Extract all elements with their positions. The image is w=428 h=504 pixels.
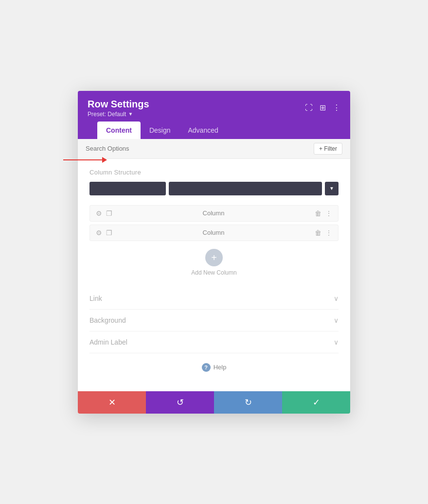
background-label: Background	[89, 316, 126, 324]
col-1-btn[interactable]	[89, 182, 166, 195]
copy-icon[interactable]: ❐	[106, 209, 112, 217]
column-rows: ⚙ ❐ Column 🗑 ⋮ ⚙ ❐ Column	[89, 205, 339, 241]
redo-button[interactable]: ↻	[214, 391, 282, 414]
more-icon[interactable]: ⋮	[325, 209, 332, 217]
column-structure-title: Column Structure	[89, 169, 339, 176]
modal-preset[interactable]: Preset: Default ▼	[88, 111, 149, 118]
admin-label-label: Admin Label	[89, 338, 127, 346]
tab-advanced[interactable]: Advanced	[179, 122, 227, 139]
modal-tabs: Content Design Advanced	[88, 122, 340, 139]
col-2-btn[interactable]	[169, 182, 322, 195]
help-icon: ?	[202, 363, 211, 372]
column-label-2: Column	[117, 229, 310, 236]
accordion-link[interactable]: Link ∨	[89, 288, 339, 310]
link-chevron-icon: ∨	[334, 295, 339, 302]
preset-dropdown-icon: ▼	[128, 111, 133, 117]
arrow-line	[63, 159, 102, 160]
row-left-icons: ⚙ ❐	[96, 209, 112, 217]
column-structure-section: Column Structure ▼	[89, 169, 339, 195]
column-label-1: Column	[117, 209, 310, 217]
add-column-section: + Add New Column	[89, 249, 339, 276]
table-row: ⚙ ❐ Column 🗑 ⋮	[89, 225, 339, 241]
page-wrapper: Row Settings Preset: Default ▼ ⛶ ⊞ ⋮ Con…	[0, 0, 428, 504]
copy-icon-2[interactable]: ❐	[106, 229, 112, 237]
delete-icon-2[interactable]: 🗑	[315, 229, 321, 237]
modal: Row Settings Preset: Default ▼ ⛶ ⊞ ⋮ Con…	[78, 91, 350, 414]
table-row: ⚙ ❐ Column 🗑 ⋮	[89, 205, 339, 222]
modal-header-top: Row Settings Preset: Default ▼ ⛶ ⊞ ⋮	[88, 99, 340, 118]
col-arrow-btn[interactable]: ▼	[325, 182, 339, 195]
tab-design[interactable]: Design	[141, 122, 179, 139]
row-right-icons: 🗑 ⋮	[315, 209, 332, 217]
search-input[interactable]	[86, 145, 310, 152]
row-right-icons-2: 🗑 ⋮	[315, 229, 332, 237]
modal-title: Row Settings	[88, 99, 149, 110]
accordion-list: Link ∨ Background ∨ Admin Label ∨	[89, 288, 339, 353]
search-bar: + Filter	[78, 139, 350, 159]
delete-icon[interactable]: 🗑	[315, 209, 321, 217]
settings-icon-2[interactable]: ⚙	[96, 229, 102, 237]
arrow-indicator	[63, 157, 107, 163]
header-icons: ⛶ ⊞ ⋮	[305, 104, 340, 112]
background-chevron-icon: ∨	[334, 316, 339, 324]
column-structure-selector: ▼	[89, 182, 339, 195]
undo-button[interactable]: ↺	[146, 391, 214, 414]
tab-content[interactable]: Content	[97, 122, 141, 139]
modal-header: Row Settings Preset: Default ▼ ⛶ ⊞ ⋮ Con…	[78, 91, 350, 139]
more-icon-2[interactable]: ⋮	[325, 229, 332, 237]
save-button[interactable]: ✓	[282, 391, 350, 414]
more-options-icon[interactable]: ⋮	[333, 104, 340, 112]
admin-label-chevron-icon: ∨	[334, 338, 339, 346]
fullscreen-icon[interactable]: ⛶	[305, 104, 313, 112]
help-section[interactable]: ? Help	[89, 353, 339, 382]
accordion-admin-label[interactable]: Admin Label ∨	[89, 331, 339, 353]
filter-button[interactable]: + Filter	[314, 143, 342, 155]
help-label: Help	[214, 364, 227, 371]
grid-icon[interactable]: ⊞	[320, 104, 326, 112]
preset-label: Preset: Default	[88, 111, 126, 118]
header-title-block: Row Settings Preset: Default ▼	[88, 99, 149, 118]
arrow-head	[102, 157, 107, 163]
link-label: Link	[89, 295, 102, 302]
settings-icon[interactable]: ⚙	[96, 209, 102, 217]
add-column-button[interactable]: +	[205, 249, 223, 266]
accordion-background[interactable]: Background ∨	[89, 310, 339, 331]
row-left-icons-2: ⚙ ❐	[96, 229, 112, 237]
cancel-button[interactable]: ✕	[78, 391, 146, 414]
add-column-label: Add New Column	[191, 269, 236, 276]
modal-content: Column Structure ▼ ⚙ ❐ Column 🗑	[78, 159, 350, 391]
modal-footer: ✕ ↺ ↻ ✓	[78, 391, 350, 414]
